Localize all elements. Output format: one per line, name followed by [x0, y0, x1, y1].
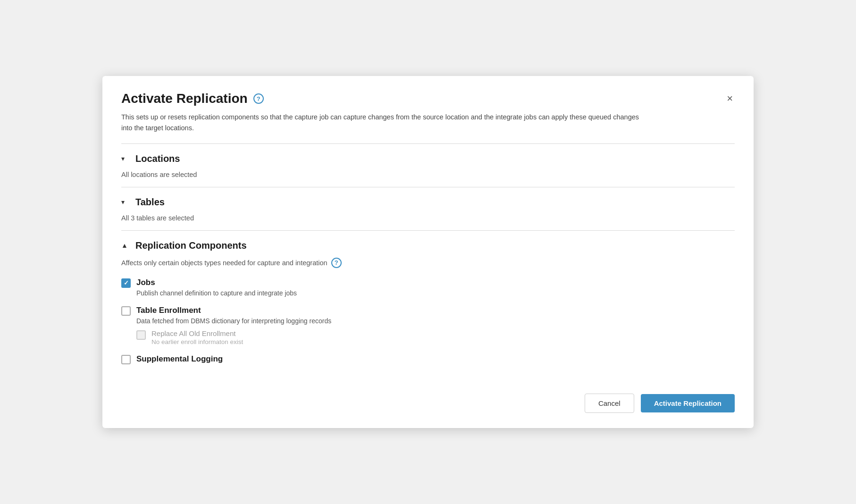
replication-components-content: Jobs Publish channel definition to captu…	[121, 277, 735, 378]
supplemental-logging-label: Supplemental Logging	[136, 354, 223, 364]
jobs-checkbox-item: Jobs Publish channel definition to captu…	[121, 277, 735, 297]
tables-section: ▾ Tables All 3 tables are selected	[102, 187, 754, 230]
replace-enrollment-desc: No earlier enroll informaton exist	[151, 338, 243, 345]
table-enrollment-checkbox-item: Table Enrollment Data fetched from DBMS …	[121, 305, 735, 345]
table-enrollment-desc: Data fetched from DBMS dictionary for in…	[136, 317, 331, 325]
activate-replication-dialog: Activate Replication ? × This sets up or…	[102, 76, 754, 428]
supplemental-logging-checkbox-item: Supplemental Logging	[121, 354, 735, 364]
cancel-button[interactable]: Cancel	[585, 394, 634, 413]
replication-components-desc-row: Affects only certain objects types neede…	[121, 258, 735, 268]
locations-section: ▾ Locations All locations are selected	[102, 144, 754, 187]
dialog-description: This sets up or resets replication compo…	[121, 112, 640, 134]
jobs-label-group: Jobs Publish channel definition to captu…	[136, 277, 297, 297]
dialog-header: Activate Replication ? × This sets up or…	[102, 76, 754, 143]
locations-subtext: All locations are selected	[121, 171, 735, 187]
locations-section-header[interactable]: ▾ Locations	[121, 144, 735, 171]
dialog-title: Activate Replication	[121, 91, 248, 106]
replication-components-section-header[interactable]: ▲ Replication Components	[121, 231, 735, 258]
replication-components-help-icon[interactable]: ?	[331, 258, 342, 268]
locations-chevron-icon: ▾	[121, 155, 130, 162]
replace-enrollment-label: Replace All Old Enrollment	[151, 329, 243, 337]
replace-enrollment-sub-section: Replace All Old Enrollment No earlier en…	[136, 329, 735, 345]
jobs-checkbox[interactable]	[121, 278, 131, 288]
supplemental-logging-label-group: Supplemental Logging	[136, 354, 223, 364]
replication-components-desc: Affects only certain objects types neede…	[121, 259, 327, 267]
table-enrollment-checkbox[interactable]	[121, 306, 131, 316]
tables-section-title: Tables	[135, 197, 165, 208]
jobs-label: Jobs	[136, 277, 297, 288]
replace-enrollment-label-group: Replace All Old Enrollment No earlier en…	[151, 329, 243, 345]
replication-components-section-title: Replication Components	[135, 240, 247, 251]
locations-section-title: Locations	[135, 153, 180, 164]
activate-replication-button[interactable]: Activate Replication	[641, 394, 735, 412]
tables-section-header[interactable]: ▾ Tables	[121, 187, 735, 214]
replication-components-chevron-icon: ▲	[121, 242, 130, 249]
replication-components-section: ▲ Replication Components Affects only ce…	[102, 231, 754, 378]
table-enrollment-label: Table Enrollment	[136, 305, 331, 316]
dialog-footer: Cancel Activate Replication	[102, 382, 754, 428]
replace-enrollment-checkbox	[136, 330, 146, 340]
tables-subtext: All 3 tables are selected	[121, 214, 735, 230]
close-icon[interactable]: ×	[725, 92, 735, 106]
title-help-icon[interactable]: ?	[253, 93, 264, 104]
dialog-title-area: Activate Replication ?	[121, 91, 264, 106]
jobs-desc: Publish channel definition to capture an…	[136, 289, 297, 297]
table-enrollment-label-group: Table Enrollment Data fetched from DBMS …	[136, 305, 331, 325]
tables-chevron-icon: ▾	[121, 198, 130, 206]
supplemental-logging-checkbox[interactable]	[121, 355, 131, 364]
